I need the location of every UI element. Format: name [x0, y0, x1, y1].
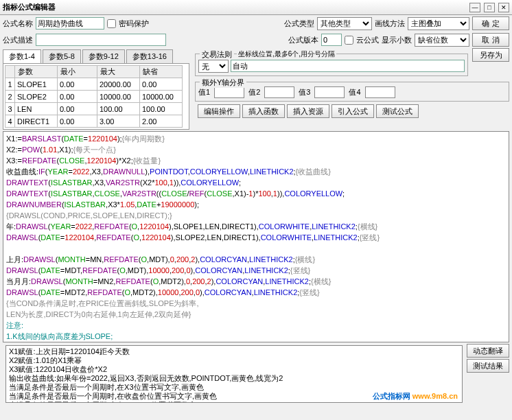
param-name[interactable]: [15, 79, 57, 90]
cloud-label: 云公式: [356, 35, 379, 45]
formula-type-select[interactable]: 其他类型: [317, 17, 372, 30]
test-result-button[interactable]: 测试结果: [467, 359, 509, 373]
tab-params-1-4[interactable]: 参数1-4: [3, 49, 41, 63]
output-line: X1赋值:上次日期=1220104距今天数: [9, 347, 459, 356]
decimal-label: 显示小数: [382, 35, 412, 45]
title-bar: 指标公式编辑器 — □ ✕: [0, 0, 512, 15]
formula-desc-input[interactable]: [36, 34, 166, 46]
param-tabs: 参数1-4 参数5-8 参数9-12 参数13-16: [3, 49, 189, 63]
watermark: 公式指标网 www.9m8.cn: [373, 392, 458, 401]
pwd-protect-checkbox[interactable]: [107, 19, 116, 28]
minimize-icon[interactable]: —: [469, 3, 480, 12]
output-line: X2赋值:1.01的X1乘幂: [9, 356, 459, 365]
maximize-icon[interactable]: □: [484, 3, 495, 12]
code-editor[interactable]: X1:=BARSLAST(DATE=1220104);{年内周期数} X2:=P…: [3, 131, 509, 342]
tab-params-5-8[interactable]: 参数5-8: [43, 49, 81, 63]
dynamic-translate-button[interactable]: 动态翻译: [467, 344, 509, 358]
rule-select[interactable]: 无: [198, 60, 229, 73]
col-param: 参数: [15, 66, 58, 78]
decimal-select[interactable]: 缺省位数: [415, 34, 469, 47]
output-line: X3赋值:1220104日收盘价*X2: [9, 365, 459, 374]
window-title: 指标公式编辑器: [3, 2, 468, 12]
cancel-button[interactable]: 取 消: [472, 33, 509, 47]
import-formula-button[interactable]: 引入公式: [331, 104, 374, 118]
col-min: 最小: [58, 66, 97, 78]
param-row: 1: [5, 78, 183, 91]
close-icon[interactable]: ✕: [498, 3, 509, 12]
formula-ver-label: 公式版本: [288, 35, 318, 45]
col-def: 缺省: [140, 66, 183, 78]
output-line: 当满足条件是否最后一个周期时,在X3位置书写文字,画黄色: [9, 383, 459, 392]
val4-input[interactable]: [365, 86, 395, 98]
output-line: 输出收益曲线:如果年份=2022,返回X3,否则返回无效数,POINTDOT,画…: [9, 374, 459, 383]
output-line: 当满足条件是否最后一个周期时,在X3*1.05位置书写数字: [9, 401, 459, 403]
insert-fn-button[interactable]: 插入函数: [242, 104, 285, 118]
formula-type-label: 公式类型: [284, 19, 314, 29]
formula-ver-input[interactable]: [321, 34, 342, 46]
cloud-checkbox[interactable]: [345, 36, 353, 45]
formula-name-label: 公式名称: [3, 19, 33, 29]
val3-input[interactable]: [314, 86, 345, 98]
coord-hint: 坐标线位置,最多6个,用分号分隔: [237, 49, 336, 59]
ok-button[interactable]: 确 定: [472, 16, 509, 30]
trade-rule-title: 交易法则: [200, 49, 234, 60]
tab-params-9-12[interactable]: 参数9-12: [82, 49, 125, 63]
coord-input[interactable]: [231, 60, 465, 72]
col-max: 最大: [97, 66, 140, 78]
val2-input[interactable]: [264, 86, 294, 98]
param-row: 3: [5, 103, 183, 115]
params-table: 参数 最小 最大 缺省 1 2 3 4: [5, 65, 183, 128]
pwd-protect-label: 密码保护: [119, 19, 149, 29]
draw-method-select[interactable]: 主图叠加: [408, 17, 469, 30]
extra-y-title: 额外Y轴分界: [200, 78, 246, 88]
formula-name-input[interactable]: [36, 17, 104, 30]
insert-res-button[interactable]: 插入资源: [287, 104, 329, 118]
formula-desc-label: 公式描述: [3, 35, 33, 45]
param-row: 2: [5, 91, 183, 103]
test-formula-button[interactable]: 测试公式: [376, 104, 419, 118]
edit-op-button[interactable]: 编辑操作: [198, 104, 240, 118]
output-panel: X1赋值:上次日期=1220104距今天数X2赋值:1.01的X1乘幂X3赋值:…: [5, 345, 463, 403]
param-row: 4: [5, 115, 183, 128]
tab-params-13-16[interactable]: 参数13-16: [126, 49, 173, 63]
save-as-button[interactable]: 另存为: [472, 48, 509, 62]
draw-method-label: 画线方法: [375, 19, 405, 29]
val1-input[interactable]: [214, 86, 244, 98]
